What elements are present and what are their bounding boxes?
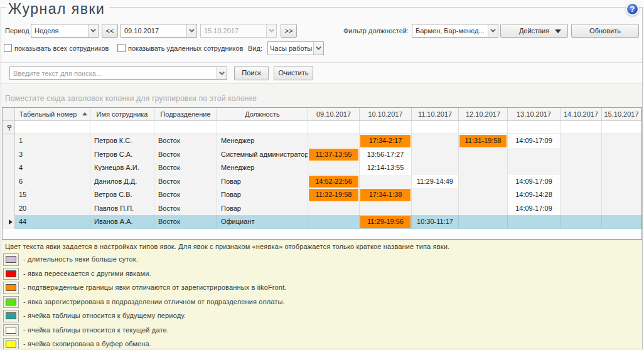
table-row[interactable]: 20Павлов П.П.ВостокПовар14:09-17:09	[3, 202, 641, 216]
employee-number-cell[interactable]: 44	[15, 215, 90, 229]
attendance-cell[interactable]	[412, 161, 459, 175]
date-column-header[interactable]: 15.10.2017	[602, 108, 641, 121]
filter-cell[interactable]	[217, 121, 308, 134]
attendance-cell[interactable]	[459, 148, 508, 162]
show-deleted-employees-checkbox[interactable]	[117, 44, 126, 52]
attendance-cell[interactable]: 14:52-22:56	[308, 175, 360, 189]
attendance-cell[interactable]	[459, 175, 508, 189]
position-cell[interactable]: Официант	[217, 215, 308, 229]
date-column-header[interactable]: 14.10.2017	[561, 108, 602, 121]
table-row[interactable]: 3Петров С.А.ВостокСистемный администрато…	[3, 148, 641, 162]
employee-name-cell[interactable]: Кузнецов А.И.	[90, 161, 154, 175]
attendance-cell[interactable]	[561, 161, 602, 175]
employee-name-cell[interactable]: Ветров С.В.	[90, 188, 154, 202]
attendance-cell[interactable]	[308, 134, 360, 148]
attendance-cell[interactable]	[561, 215, 602, 229]
chevron-down-icon[interactable]	[186, 24, 196, 37]
attendance-cell[interactable]	[508, 161, 561, 175]
position-cell[interactable]: Системный администратор	[217, 148, 308, 162]
date-from-combobox[interactable]: 09.10.2017	[121, 24, 197, 38]
attendance-cell[interactable]: 11:37-13:55	[308, 148, 360, 162]
attendance-cell[interactable]	[459, 188, 508, 202]
attendance-cell[interactable]	[412, 134, 459, 148]
previous-period-button[interactable]: <<	[102, 24, 118, 38]
filter-cell[interactable]	[412, 121, 459, 134]
attendance-cell[interactable]: 13:56-17:27	[360, 148, 412, 162]
attendance-cell[interactable]	[602, 134, 641, 148]
date-column-header[interactable]: 11.10.2017	[412, 108, 459, 121]
attendance-cell[interactable]: 12:14-13:55	[360, 161, 412, 175]
column-header-3[interactable]: Подразделение	[154, 108, 217, 121]
employee-number-cell[interactable]: 15	[15, 188, 90, 202]
attendance-cell[interactable]	[412, 188, 459, 202]
attendance-cell[interactable]	[561, 202, 602, 216]
chevron-down-icon[interactable]	[217, 67, 227, 79]
column-header-1[interactable]: Табельный номер	[15, 108, 90, 121]
attendance-cell[interactable]: 14:09-17:09	[508, 175, 561, 189]
chevron-down-icon[interactable]	[88, 24, 98, 37]
filter-cell[interactable]	[154, 121, 217, 134]
employee-number-cell[interactable]: 3	[15, 148, 90, 162]
filter-cell[interactable]	[508, 121, 561, 134]
attendance-cell[interactable]: 14:09-17:09	[508, 202, 561, 216]
attendance-cell[interactable]	[459, 161, 508, 175]
attendance-cell[interactable]	[308, 215, 360, 229]
attendance-cell[interactable]	[360, 175, 412, 189]
department-cell[interactable]: Восток	[154, 161, 217, 175]
attendance-cell[interactable]	[561, 175, 602, 189]
attendance-cell[interactable]	[412, 202, 459, 216]
employee-name-cell[interactable]: Петров К.С.	[90, 134, 154, 148]
date-column-header[interactable]: 09.10.2017	[308, 108, 360, 121]
attendance-cell[interactable]	[602, 175, 641, 189]
date-column-header[interactable]: 12.10.2017	[459, 108, 508, 121]
employee-number-cell[interactable]: 6	[15, 175, 90, 189]
attendance-cell[interactable]	[602, 161, 641, 175]
attendance-cell[interactable]	[360, 202, 412, 216]
filter-cell[interactable]	[561, 121, 602, 134]
table-row[interactable]: 44Иванов А.А.ВостокОфициант11:29-19:5610…	[3, 215, 641, 229]
search-button[interactable]: Поиск	[234, 66, 269, 80]
attendance-cell[interactable]: 14:09-14:28	[508, 188, 561, 202]
attendance-cell[interactable]	[459, 215, 508, 229]
department-cell[interactable]: Восток	[154, 175, 217, 189]
position-cell[interactable]: Повар	[217, 175, 308, 189]
department-cell[interactable]: Восток	[154, 202, 217, 216]
attendance-cell[interactable]: 17:34-1:38	[360, 188, 412, 202]
chevron-down-icon[interactable]	[488, 24, 498, 37]
positions-filter-combobox[interactable]: Бармен, Бар-менед...	[412, 24, 498, 38]
attendance-cell[interactable]	[561, 134, 602, 148]
attendance-cell[interactable]	[561, 188, 602, 202]
next-period-button[interactable]: >>	[281, 24, 297, 38]
position-cell[interactable]: Повар	[217, 202, 308, 216]
filter-cell[interactable]	[90, 121, 154, 134]
department-cell[interactable]: Восток	[154, 148, 217, 162]
filter-cell[interactable]	[459, 121, 508, 134]
attendance-cell[interactable]: 11:29-19:56	[360, 215, 412, 229]
attendance-cell[interactable]: 17:34-2:17	[360, 134, 412, 148]
position-cell[interactable]: Менеджер	[217, 134, 308, 148]
employee-name-cell[interactable]: Данилов Д.Д.	[90, 175, 154, 189]
filter-cell[interactable]	[15, 121, 90, 134]
filter-cell[interactable]	[602, 121, 641, 134]
table-row[interactable]: 4Кузнецов А.И.ВостокМенеджер12:14-13:55	[3, 161, 641, 175]
attendance-cell[interactable]	[308, 161, 360, 175]
show-all-employees-checkbox[interactable]	[4, 44, 12, 52]
view-combobox[interactable]: Часы работы	[267, 41, 324, 55]
attendance-cell[interactable]: 10:30-11:17	[412, 215, 459, 229]
attendance-cell[interactable]: 11:29-14:49	[412, 175, 459, 189]
date-column-header[interactable]: 10.10.2017	[360, 108, 412, 121]
employee-number-cell[interactable]: 4	[15, 161, 90, 175]
refresh-button[interactable]: Обновить	[571, 24, 639, 38]
attendance-cell[interactable]	[602, 148, 641, 162]
table-row[interactable]: 15Ветров С.В.ВостокПовар11:32-19:5817:34…	[3, 188, 641, 202]
attendance-cell[interactable]	[602, 215, 641, 229]
attendance-cell[interactable]	[508, 148, 561, 162]
column-header-4[interactable]: Должность	[217, 108, 308, 121]
department-cell[interactable]: Восток	[154, 188, 217, 202]
help-icon[interactable]: ?	[626, 3, 639, 16]
filter-cell[interactable]	[308, 121, 360, 134]
period-combobox[interactable]: Неделя	[31, 24, 99, 38]
chevron-down-icon[interactable]	[313, 42, 323, 55]
attendance-cell[interactable]	[459, 202, 508, 216]
attendance-cell[interactable]	[561, 148, 602, 162]
